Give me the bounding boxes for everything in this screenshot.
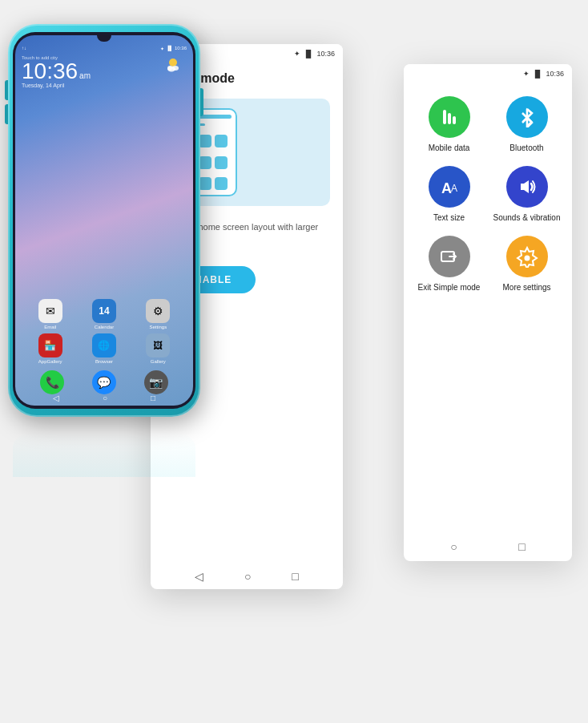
phone-weather: Touch to add city 10:36 am Tuesday, 14 A…: [22, 55, 187, 88]
phone-date: Tuesday, 14 April: [22, 83, 187, 88]
svg-rect-5: [448, 113, 451, 124]
email-icon: ✉: [38, 299, 62, 323]
phone-ampm: am: [79, 71, 91, 80]
mid-bt-icon: ✦: [294, 50, 300, 58]
sounds-label: Sounds & vibration: [493, 212, 561, 223]
scene: ↑↓ ✦ ▐▌ 10:36 Touch to add city 10:36: [0, 0, 588, 723]
phone-reflection: [13, 432, 195, 477]
calendar-app[interactable]: 14 Calendar: [92, 299, 116, 329]
right-statusbar: ✦ ▐▌ 10:36: [404, 64, 572, 83]
phone-device: ↑↓ ✦ ▐▌ 10:36 Touch to add city 10:36: [8, 24, 200, 417]
phone-inner: ↑↓ ✦ ▐▌ 10:36 Touch to add city 10:36: [13, 32, 195, 409]
email-app[interactable]: ✉ Email: [38, 299, 62, 329]
power-button[interactable]: [200, 88, 203, 116]
back-nav[interactable]: ◁: [53, 394, 59, 402]
text-size-icon: A A: [429, 166, 470, 208]
browser-label: Browser: [95, 359, 113, 364]
recents-nav[interactable]: □: [151, 394, 155, 402]
svg-marker-9: [521, 180, 529, 193]
illus-icon-6: [215, 156, 228, 169]
settings-app[interactable]: ⚙ Settings: [146, 299, 170, 329]
email-label: Email: [44, 325, 56, 329]
right-nav: ○ □: [404, 540, 572, 553]
browser-app[interactable]: 🌐 Browser: [92, 333, 116, 364]
more-settings-label: More settings: [502, 282, 550, 293]
status-left: ↑↓: [22, 46, 26, 50]
svg-rect-4: [443, 110, 446, 124]
svg-text:A: A: [451, 183, 457, 194]
home-nav[interactable]: ○: [103, 394, 107, 402]
messages-icon: 💬: [92, 370, 116, 394]
settings-item-exit-simple[interactable]: Exit Simple mode: [413, 236, 485, 293]
browser-icon: 🌐: [92, 333, 116, 357]
bluetooth-icon: [506, 96, 548, 138]
svg-point-11: [524, 256, 530, 261]
mid-home-nav[interactable]: ○: [244, 570, 251, 583]
settings-item-bluetooth[interactable]: Bluetooth: [491, 96, 562, 153]
battery-icon: ▐▌: [166, 46, 173, 50]
mid-recents-nav[interactable]: □: [292, 570, 298, 583]
appgallery-icon: 🏪: [38, 333, 62, 357]
right-home-nav[interactable]: ○: [450, 540, 457, 553]
illus-icon-2: [199, 135, 211, 147]
volume-up-button[interactable]: [5, 80, 8, 100]
time-status: 10:36: [175, 46, 187, 50]
phone-screen: ↑↓ ✦ ▐▌ 10:36 Touch to add city 10:36: [15, 35, 193, 406]
illus-icon-9: [215, 177, 228, 190]
phone-time: 10:36: [22, 60, 78, 83]
apps-row-2: 🏪 AppGallery 🌐 Browser 🖼 Gallery: [15, 333, 193, 364]
more-settings-icon: [506, 236, 548, 277]
mobile-data-label: Mobile data: [429, 143, 470, 153]
appgallery-app[interactable]: 🏪 AppGallery: [38, 333, 62, 364]
calendar-label: Calendar: [95, 325, 114, 329]
apps-row-1: ✉ Email 14 Calendar ⚙ Settings: [15, 299, 193, 329]
phone-outer: ↑↓ ✦ ▐▌ 10:36 Touch to add city 10:36: [8, 24, 200, 417]
calendar-icon: 14: [92, 299, 116, 323]
sounds-icon: [506, 166, 548, 208]
settings-grid: Mobile data Bluetooth A A: [404, 83, 572, 305]
camera-icon: 📷: [144, 370, 168, 394]
mid-battery-icon: ▐▌: [304, 50, 314, 58]
illus-icon-3: [215, 135, 228, 147]
svg-rect-6: [453, 116, 456, 124]
status-arrow-icon: ↑↓: [22, 46, 26, 50]
illus-icon-5: [199, 156, 211, 169]
gallery-app[interactable]: 🖼 Gallery: [146, 333, 170, 364]
right-screen: ✦ ▐▌ 10:36 Mobile data: [404, 64, 572, 561]
settings-icon: ⚙: [146, 299, 170, 323]
settings-item-sounds[interactable]: Sounds & vibration: [491, 166, 562, 223]
phone-icon: 📞: [40, 370, 64, 394]
mobile-data-icon: [429, 96, 470, 138]
camera-app[interactable]: 📷: [144, 370, 168, 394]
gallery-icon: 🖼: [146, 333, 170, 357]
text-size-label: Text size: [433, 212, 465, 223]
settings-label: Settings: [149, 325, 167, 329]
mid-nav: ◁ ○ □: [151, 570, 343, 583]
settings-item-mobile-data[interactable]: Mobile data: [413, 96, 485, 153]
phone-app[interactable]: 📞: [40, 370, 64, 394]
exit-simple-label: Exit Simple mode: [418, 282, 481, 293]
illus-icon-8: [199, 177, 211, 190]
bottom-apps: 📞 💬 📷: [15, 370, 193, 394]
bt-icon: ✦: [160, 46, 164, 51]
settings-item-text-size[interactable]: A A Text size: [413, 166, 485, 223]
volume-down-button[interactable]: [5, 104, 8, 124]
phone-statusbar: ↑↓ ✦ ▐▌ 10:36: [15, 42, 193, 55]
right-bt-icon: ✦: [523, 70, 530, 78]
right-recents-nav[interactable]: □: [518, 540, 525, 553]
gallery-label: Gallery: [151, 359, 166, 364]
settings-item-more[interactable]: More settings: [491, 236, 562, 293]
mid-time: 10:36: [316, 50, 335, 58]
status-right: ✦ ▐▌ 10:36: [160, 46, 187, 51]
phone-notch: [97, 35, 111, 42]
mid-back-nav[interactable]: ◁: [195, 570, 203, 583]
right-battery-icon: ▐▌: [533, 70, 543, 78]
phone-nav: ◁ ○ □: [15, 394, 193, 402]
appgallery-label: AppGallery: [38, 359, 62, 364]
exit-simple-icon: [429, 236, 470, 277]
bluetooth-label: Bluetooth: [509, 143, 543, 153]
right-time: 10:36: [546, 70, 564, 78]
messages-app[interactable]: 💬: [92, 370, 116, 394]
